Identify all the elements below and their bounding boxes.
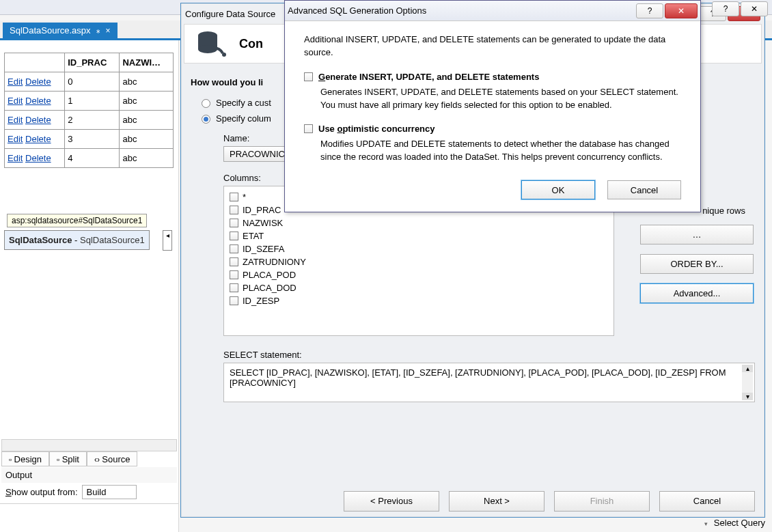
- specify-columns-label: Specify colum: [216, 113, 271, 125]
- table-name-value: PRACOWNIC: [230, 149, 285, 159]
- asp-tag-tooltip: asp:sqldatasource#SqlDataSource1: [7, 214, 147, 227]
- help-button[interactable]: ?: [712, 1, 739, 16]
- scroll-down-icon[interactable]: ▾: [742, 393, 753, 400]
- cell: 1: [65, 92, 120, 111]
- optimistic-concurrency-desc: Modifies UPDATE and DELETE statements to…: [320, 138, 681, 164]
- output-from-select[interactable]: Build: [82, 485, 137, 499]
- previous-button[interactable]: < Previous: [344, 491, 439, 512]
- finish-button: Finish: [554, 491, 650, 512]
- specify-columns-radio[interactable]: [202, 115, 210, 124]
- status-select-query: ▾ Select Query: [704, 518, 766, 528]
- scroll-up-icon[interactable]: ▴: [742, 365, 753, 372]
- advanced-button[interactable]: Advanced...: [640, 283, 754, 303]
- col-name: ID_SZEFA: [243, 244, 284, 254]
- col-name: PLACA_DOD: [243, 283, 297, 293]
- cancel-button[interactable]: Cancel: [607, 180, 681, 199]
- table-row: Edit Delete3abc: [5, 130, 174, 149]
- gridview-preview: ID_PRAC NAZWI… Edit Delete0abc Edit Dele…: [4, 53, 174, 168]
- cell: 4: [65, 149, 120, 168]
- generate-statements-desc: Generates INSERT, UPDATE, and DELETE sta…: [320, 86, 681, 112]
- col-checkbox[interactable]: [230, 257, 238, 266]
- col-name: ZATRUDNIONY: [243, 257, 306, 267]
- cell: abc: [120, 72, 174, 92]
- col-idprac: ID_PRAC: [65, 53, 120, 72]
- status-text: Select Query: [714, 518, 765, 528]
- output-panel-title: Output: [1, 467, 177, 483]
- view-switcher: ▫ Design ▫ Split ‹› Source: [1, 451, 137, 466]
- advanced-sql-options-dialog: Advanced SQL Generation Options ? ✕ Addi…: [284, 0, 701, 212]
- table-header-row: ID_PRAC NAZWI…: [5, 53, 174, 72]
- pin-icon[interactable]: ⁎: [96, 26, 100, 35]
- output-label-s: S: [5, 487, 12, 497]
- cell: abc: [120, 111, 174, 130]
- split-view-button[interactable]: ▫ Split: [49, 451, 87, 466]
- delete-link[interactable]: Delete: [25, 115, 51, 125]
- vertical-scrollbar[interactable]: ▴▾: [742, 365, 753, 400]
- cell: abc: [120, 149, 174, 168]
- delete-link[interactable]: Delete: [25, 153, 51, 163]
- cell: 0: [65, 72, 120, 92]
- help-button[interactable]: ?: [636, 3, 663, 18]
- cancel-button[interactable]: Cancel: [659, 491, 755, 512]
- col-checkbox[interactable]: [230, 270, 238, 279]
- col-checkbox[interactable]: [230, 244, 238, 253]
- custom-sql-radio[interactable]: [202, 99, 210, 108]
- cell: 3: [65, 130, 120, 149]
- edit-link[interactable]: Edit: [8, 96, 23, 106]
- table-row: Edit Delete0abc: [5, 72, 174, 92]
- document-tab-label: SqlDataSource.aspx: [10, 25, 91, 36]
- close-button[interactable]: ✕: [665, 3, 698, 18]
- smart-tag-handle[interactable]: ◂: [163, 230, 172, 251]
- unique-rows-row: nique rows: [702, 206, 745, 216]
- delete-link[interactable]: Delete: [25, 134, 51, 144]
- database-icon: [197, 30, 227, 57]
- close-tab-icon[interactable]: ×: [106, 26, 111, 36]
- dropdown-icon[interactable]: ▾: [704, 520, 708, 527]
- dialog-title: Advanced SQL Generation Options: [288, 5, 426, 16]
- close-button[interactable]: ✕: [741, 1, 768, 16]
- source-view-button[interactable]: ‹› Source: [87, 451, 138, 466]
- orderby-button[interactable]: ORDER BY...: [640, 254, 754, 274]
- ds-id-label: SqlDataSource1: [80, 235, 145, 245]
- col-checkbox[interactable]: [230, 283, 238, 292]
- cell: 2: [65, 111, 120, 130]
- ds-sep: -: [72, 235, 80, 245]
- optimistic-concurrency-label: Use optimistic concurrency: [318, 124, 435, 134]
- design-view-button[interactable]: ▫ Design: [1, 451, 49, 466]
- horizontal-scrollbar[interactable]: [1, 439, 177, 451]
- edit-link[interactable]: Edit: [8, 153, 23, 163]
- edit-link[interactable]: Edit: [8, 76, 23, 87]
- next-button[interactable]: Next >: [449, 491, 544, 512]
- delete-link[interactable]: Delete: [25, 96, 51, 106]
- col-checkbox[interactable]: [230, 232, 238, 240]
- col-name: ETAT: [243, 231, 264, 241]
- table-row: Edit Delete1abc: [5, 92, 174, 111]
- document-tab[interactable]: SqlDataSource.aspx ⁎ ×: [3, 23, 118, 38]
- col-checkbox[interactable]: [230, 193, 238, 201]
- optimistic-concurrency-option: Use optimistic concurrency: [304, 124, 681, 134]
- col-name: NAZWISK: [243, 218, 283, 228]
- select-statement-box[interactable]: SELECT [ID_PRAC], [NAZWISKO], [ETAT], [I…: [223, 363, 755, 402]
- where-button[interactable]: …: [640, 225, 754, 244]
- col-checkbox[interactable]: [230, 296, 238, 305]
- col-nazwi: NAZWI…: [120, 53, 174, 72]
- sqldatasource-control[interactable]: SqlDataSource - SqlDataSource1: [4, 230, 150, 250]
- select-statement-label: SELECT statement:: [223, 350, 755, 360]
- generate-statements-label: Generate INSERT, UPDATE, and DELETE stat…: [318, 72, 539, 82]
- col-name: ID_PRAC: [243, 205, 281, 215]
- generate-statements-checkbox[interactable]: [304, 72, 313, 81]
- edit-link[interactable]: Edit: [8, 115, 23, 125]
- unique-rows-label: nique rows: [702, 206, 745, 216]
- output-from-row: Show output from: Build: [1, 482, 177, 502]
- banner-title: Con: [239, 37, 263, 51]
- custom-sql-label: Specify a cust: [216, 97, 271, 109]
- ok-button[interactable]: OK: [521, 180, 595, 199]
- wizard-title: Configure Data Source: [185, 9, 275, 19]
- dialog-titlebar: Advanced SQL Generation Options ? ✕: [285, 1, 700, 21]
- optimistic-concurrency-checkbox[interactable]: [304, 124, 313, 133]
- edit-link[interactable]: Edit: [8, 134, 23, 144]
- col-checkbox[interactable]: [230, 206, 238, 214]
- col-checkbox[interactable]: [230, 219, 238, 227]
- select-statement-text: SELECT [ID_PRAC], [NAZWISKO], [ETAT], [I…: [230, 367, 726, 388]
- delete-link[interactable]: Delete: [25, 76, 51, 87]
